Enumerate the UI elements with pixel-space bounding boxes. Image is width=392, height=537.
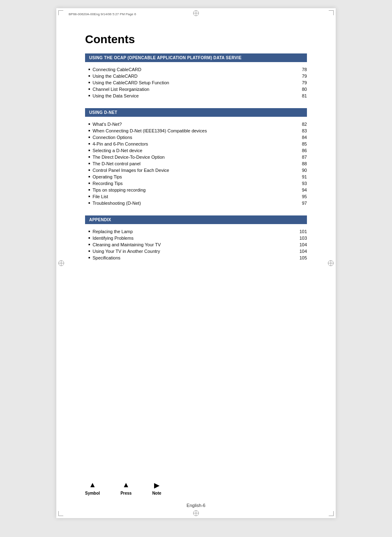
section-header-dnet: USING D-NET xyxy=(85,108,307,117)
crosshair-right xyxy=(328,260,334,266)
list-item: Selecting a D-Net device 86 xyxy=(88,147,307,154)
toc-page: 83 xyxy=(293,128,307,133)
section-header-appendix: APPENDIX xyxy=(85,215,307,224)
toc-label: The Direct Device-To-Device Option xyxy=(92,155,293,160)
list-item: The Direct Device-To-Device Option 87 xyxy=(88,154,307,160)
toc-page: 87 xyxy=(293,155,307,160)
crosshair-bottom xyxy=(193,510,199,516)
toc-label: The D-Net control panel xyxy=(92,161,293,166)
toc-page: 104 xyxy=(293,242,307,247)
corner-mark-tl xyxy=(58,10,63,15)
list-item: Using the Data Service 81 xyxy=(88,93,307,99)
toc-page: 103 xyxy=(293,236,307,241)
list-item: Replacing the Lamp 101 xyxy=(88,228,307,235)
toc-label: What's D-Net? xyxy=(92,122,293,127)
list-item: Cleaning and Maintaining Your TV 104 xyxy=(88,241,307,248)
toc-page: 79 xyxy=(293,74,307,79)
toc-label: Using Your TV in Another Country xyxy=(92,249,293,254)
toc-label: Recording Tips xyxy=(92,181,293,186)
toc-label: Using the CableCARD xyxy=(92,74,293,79)
page-number: English-6 xyxy=(56,503,336,508)
toc-label: Identifying Problems xyxy=(92,236,293,241)
toc-label: Channel List Reorganization xyxy=(92,87,293,92)
section-appendix: APPENDIX Replacing the Lamp 101 Identify… xyxy=(85,215,307,261)
toc-label: Replacing the Lamp xyxy=(92,229,293,234)
toc-label: When Connecting D-Net (IEEE1394) Compati… xyxy=(92,128,293,133)
toc-page: 95 xyxy=(293,194,307,199)
toc-page: 84 xyxy=(293,135,307,140)
toc-page: 93 xyxy=(293,181,307,186)
corner-mark-tr xyxy=(329,10,334,15)
toc-label: Using the CableCARD Setup Function xyxy=(92,80,293,85)
toc-list-dnet: What's D-Net? 82 When Connecting D-Net (… xyxy=(85,121,307,206)
list-item: Specifications 105 xyxy=(88,255,307,261)
corner-mark-bl xyxy=(58,511,63,516)
list-item: Using the CableCARD Setup Function 79 xyxy=(88,79,307,86)
list-item: When Connecting D-Net (IEEE1394) Compati… xyxy=(88,127,307,134)
symbol-press: ▲ Press xyxy=(120,481,131,495)
toc-page: 79 xyxy=(293,80,307,85)
toc-label: Selecting a D-Net device xyxy=(92,148,293,153)
header-bar: BP68-00620A-00Eng 9/14/06 5:27 PM Page 6 xyxy=(69,12,323,16)
press-label: Press xyxy=(120,491,131,495)
crosshair-left xyxy=(58,260,64,266)
toc-page: 104 xyxy=(293,249,307,254)
file-info: BP68-00620A-00Eng 9/14/06 5:27 PM Page 6 xyxy=(69,12,136,16)
toc-list-appendix: Replacing the Lamp 101 Identifying Probl… xyxy=(85,228,307,261)
list-item: Channel List Reorganization 80 xyxy=(88,86,307,93)
press-icon: ▲ xyxy=(122,481,130,489)
list-item: What's D-Net? 82 xyxy=(88,121,307,127)
page: BP68-00620A-00Eng 9/14/06 5:27 PM Page 6… xyxy=(56,8,336,518)
symbol-label: Symbol xyxy=(85,491,100,495)
list-item: Identifying Problems 103 xyxy=(88,235,307,241)
toc-label: Troubleshooting (D-Net) xyxy=(92,201,293,206)
list-item: File List 95 xyxy=(88,193,307,200)
toc-page: 81 xyxy=(293,93,307,98)
toc-list-ocap: Connecting CableCARD 78 Using the CableC… xyxy=(85,66,307,99)
toc-label: Cleaning and Maintaining Your TV xyxy=(92,242,293,247)
page-title: Contents xyxy=(85,33,307,46)
list-item: 4-Pin and 6-Pin Connectors 85 xyxy=(88,141,307,147)
note-label: Note xyxy=(152,491,161,495)
toc-page: 94 xyxy=(293,187,307,192)
list-item: Using Your TV in Another Country 104 xyxy=(88,248,307,255)
toc-page: 97 xyxy=(293,201,307,206)
toc-label: 4-Pin and 6-Pin Connectors xyxy=(92,141,293,146)
corner-mark-br xyxy=(329,511,334,516)
toc-page: 86 xyxy=(293,148,307,153)
list-item: Operating Tips 91 xyxy=(88,174,307,180)
list-item: Troubleshooting (D-Net) 97 xyxy=(88,200,307,206)
toc-label: Using the Data Service xyxy=(92,93,293,98)
list-item: The D-Net control panel 88 xyxy=(88,160,307,167)
section-dnet: USING D-NET What's D-Net? 82 When Connec… xyxy=(85,108,307,206)
symbol-icon: ▲ xyxy=(89,481,96,489)
toc-label: Connecting CableCARD xyxy=(92,67,293,72)
list-item: Tips on stopping recording 94 xyxy=(88,187,307,193)
symbol-note: ▶ Note xyxy=(152,481,161,495)
list-item: Using the CableCARD 79 xyxy=(88,73,307,79)
symbol-symbol: ▲ Symbol xyxy=(85,481,100,495)
toc-page: 105 xyxy=(293,255,307,260)
toc-label: Connection Options xyxy=(92,135,293,140)
toc-page: 90 xyxy=(293,168,307,173)
toc-page: 101 xyxy=(293,229,307,234)
toc-page: 82 xyxy=(293,122,307,127)
list-item: Recording Tips 93 xyxy=(88,180,307,187)
footer-symbols: ▲ Symbol ▲ Press ▶ Note xyxy=(85,481,307,495)
toc-label: Tips on stopping recording xyxy=(92,187,293,192)
list-item: Connecting CableCARD 78 xyxy=(88,66,307,73)
toc-page: 91 xyxy=(293,174,307,179)
list-item: Control Panel Images for Each Device 90 xyxy=(88,167,307,174)
toc-page: 80 xyxy=(293,87,307,92)
section-header-ocap: USING THE OCAP (OPENCABLE APPLICATION PL… xyxy=(85,53,307,62)
toc-label: File List xyxy=(92,194,293,199)
toc-page: 85 xyxy=(293,141,307,146)
section-ocap: USING THE OCAP (OPENCABLE APPLICATION PL… xyxy=(85,53,307,99)
toc-page: 88 xyxy=(293,161,307,166)
toc-label: Operating Tips xyxy=(92,174,293,179)
toc-page: 78 xyxy=(293,67,307,72)
toc-label: Control Panel Images for Each Device xyxy=(92,168,293,173)
list-item: Connection Options 84 xyxy=(88,134,307,141)
note-icon: ▶ xyxy=(154,481,159,489)
toc-label: Specifications xyxy=(92,255,293,260)
